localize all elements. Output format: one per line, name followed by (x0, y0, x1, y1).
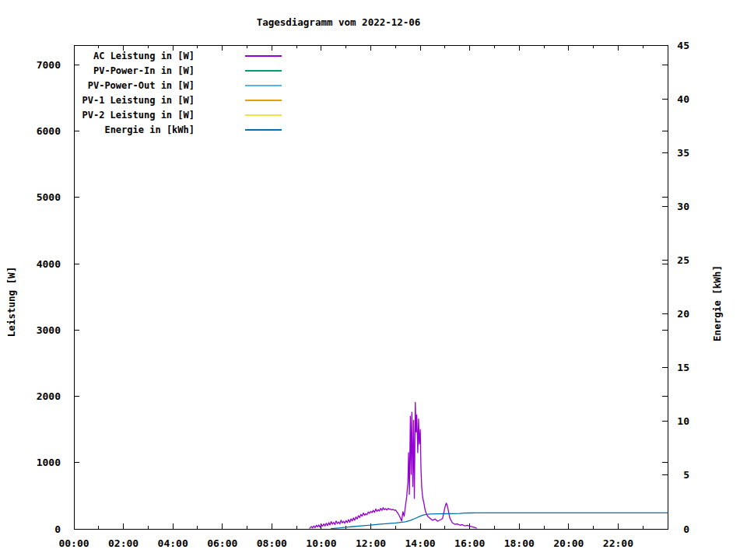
legend-label: PV-1 Leistung in [W] (8, 95, 195, 106)
x-axis-labels: 00:0002:0004:0006:0008:0010:0012:0014:00… (58, 537, 633, 549)
tick-label: 2000 (37, 390, 61, 402)
tick-label: 08:00 (257, 537, 287, 549)
tick-label: 16:00 (454, 537, 485, 549)
tick-label: 15 (677, 362, 689, 373)
y-axis-right-title: Energie [kWh] (711, 265, 723, 341)
legend-item: AC Leistung in [W] (8, 48, 282, 63)
tick-label: 22:00 (603, 537, 633, 549)
tick-label: 20 (677, 308, 689, 320)
tick-label: 30 (677, 201, 689, 212)
tick-label: 0 (683, 523, 689, 535)
tick-label: 20:00 (553, 537, 584, 549)
tick-label: 35 (677, 147, 689, 159)
chart-title: Tagesdiagramm vom 2022-12-06 (257, 16, 421, 28)
tick-label: 00:00 (58, 537, 89, 549)
tick-label: 25 (677, 254, 689, 266)
legend-color-line (245, 114, 282, 116)
tick-label: 18:00 (504, 537, 535, 549)
tick-label: 12:00 (356, 537, 386, 549)
legend-color-line (245, 85, 282, 86)
legend-label: Energie in [kWh] (8, 124, 195, 135)
legend-label: AC Leistung in [W] (8, 51, 195, 61)
legend-label: PV-Power-In in [W] (8, 65, 195, 76)
y-axis-right-ticks (662, 45, 668, 529)
tick-label: 40 (677, 93, 689, 105)
legend-item: Energie in [kWh] (8, 122, 282, 137)
tick-label: 10:00 (306, 537, 336, 549)
series-energie-line (331, 513, 668, 528)
series-lines (310, 402, 668, 528)
legend: AC Leistung in [W]PV-Power-In in [W]PV-P… (8, 48, 282, 137)
series-ac-leistung-line (310, 402, 476, 528)
tick-label: 4000 (37, 258, 61, 270)
tick-label: 04:00 (158, 537, 188, 549)
legend-item: PV-Power-Out in [W] (8, 78, 282, 93)
y-axis-left-title: Leistung [W] (5, 267, 17, 337)
legend-color-line (245, 100, 282, 101)
y-axis-right-labels: 051015202530354045 (677, 40, 689, 535)
legend-label: PV-Power-Out in [W] (8, 80, 195, 91)
tick-label: 06:00 (207, 537, 237, 549)
tick-label: 10 (677, 415, 689, 427)
chart-page: Tagesdiagramm vom 2022-12-06 Leistung [W… (0, 0, 747, 560)
tick-label: 5000 (37, 191, 61, 203)
tick-label: 02:00 (108, 537, 139, 549)
legend-color-line (245, 129, 282, 131)
legend-color-line (245, 55, 282, 57)
legend-item: PV-1 Leistung in [W] (8, 93, 282, 107)
tick-label: 0 (54, 523, 61, 535)
tick-label: 45 (677, 40, 689, 51)
legend-label: PV-2 Leistung in [W] (8, 110, 195, 121)
legend-color-line (245, 70, 282, 72)
legend-item: PV-Power-In in [W] (8, 63, 282, 78)
tick-label: 5 (683, 469, 689, 481)
legend-item: PV-2 Leistung in [W] (8, 107, 282, 122)
tick-label: 14:00 (405, 537, 436, 549)
tick-label: 3000 (37, 324, 61, 336)
tick-label: 1000 (37, 457, 61, 468)
